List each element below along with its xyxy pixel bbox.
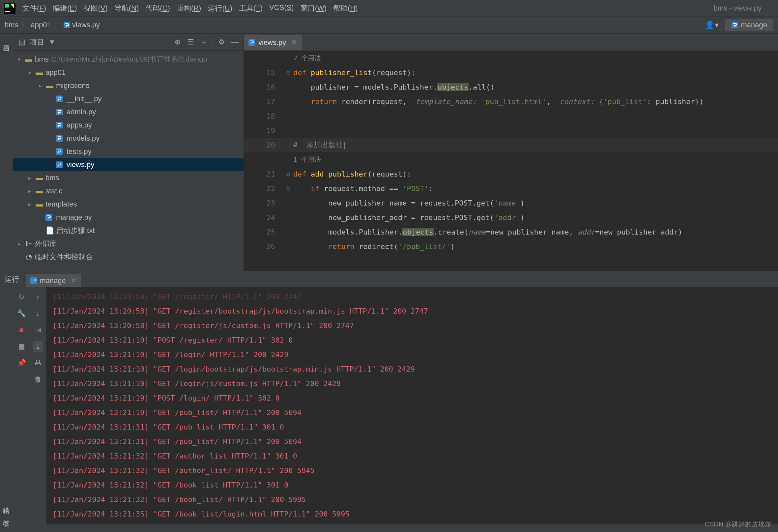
tree-item-label: bms xyxy=(35,55,49,64)
code-line[interactable]: models.Publisher.objects.create(name=new… xyxy=(293,228,683,236)
minimize-icon[interactable]: — xyxy=(230,37,240,48)
log-line: [11/Jan/2024 13:21:10] "POST /register/ … xyxy=(53,333,771,347)
breadcrumb-root[interactable]: bms xyxy=(5,21,18,29)
run-config-selector[interactable]: manage xyxy=(725,19,773,31)
bookmarks-tool-button[interactable]: 书签 xyxy=(2,513,11,518)
tree-item-templates[interactable]: ▸▬templates xyxy=(13,198,243,211)
stop-icon[interactable]: ■ xyxy=(16,325,27,335)
menu-编辑(E)[interactable]: 编辑(E) xyxy=(50,2,80,14)
menu-重构(R)[interactable]: 重构(R) xyxy=(173,2,205,14)
py-icon xyxy=(56,122,65,128)
down-icon[interactable]: ↓ xyxy=(32,308,43,319)
folder-icon: ▬ xyxy=(46,81,54,90)
scroll-end-icon[interactable]: ⤓ xyxy=(32,341,43,352)
locate-icon[interactable]: ⊕ xyxy=(172,37,183,48)
rerun-icon[interactable]: ↻ xyxy=(16,292,27,302)
tree-item-app01[interactable]: ▾▬app01 xyxy=(13,66,243,79)
menu-工具(T)[interactable]: 工具(T) xyxy=(236,2,266,14)
tree-item-migrations[interactable]: ▸▬migrations xyxy=(13,79,243,92)
code-line[interactable]: 1 个用法 xyxy=(293,155,321,164)
fold-icon[interactable]: ⊖ xyxy=(284,170,293,178)
tree-item-外部库[interactable]: ▸⊪外部库 xyxy=(13,237,243,250)
left-gutter-bottom: 结构 书签 xyxy=(0,287,13,524)
code-line[interactable]: publisher = models.Publisher.objects.all… xyxy=(293,83,494,91)
console-output[interactable]: [11/Jan/2024 13:20:58] "GET /register/ H… xyxy=(46,287,778,524)
code-line[interactable]: # 添加出版社| xyxy=(293,140,347,150)
tree-item-label: tests.py xyxy=(67,147,92,156)
code-line[interactable]: 2 个用法 xyxy=(293,54,321,63)
menu-VCS(S)[interactable]: VCS(S) xyxy=(266,2,297,14)
structure-tool-button[interactable]: 结构 xyxy=(2,500,11,505)
run-tab[interactable]: manage ✕ xyxy=(26,274,81,287)
tree-item-bms[interactable]: ▾▬bms C:\Users\Mr.Zhijun\Desktop\图书管理系统d… xyxy=(13,53,243,66)
fold-icon[interactable]: ⊖ xyxy=(284,69,293,77)
expand-all-icon[interactable]: ☰ xyxy=(185,37,196,48)
close-icon[interactable]: ✕ xyxy=(71,276,76,285)
line-number: 24 xyxy=(244,213,284,222)
tree-item-models.py[interactable]: models.py xyxy=(13,132,243,145)
menu-运行(U)[interactable]: 运行(U) xyxy=(204,2,236,14)
fold-icon[interactable]: ⊖ xyxy=(284,184,293,193)
line-number: 23 xyxy=(244,199,284,207)
close-tab-icon[interactable]: ✕ xyxy=(291,38,297,47)
gear-icon[interactable]: ⚙ xyxy=(217,37,227,48)
tree-item-tests.py[interactable]: tests.py xyxy=(13,145,243,158)
log-line: [11/Jan/2024 13:21:31] "GET /pub_list/ H… xyxy=(53,434,771,449)
breadcrumb-item[interactable]: app01 xyxy=(31,21,51,29)
dropdown-icon[interactable]: ▼ xyxy=(47,37,57,48)
tree-item-admin.py[interactable]: admin.py xyxy=(13,105,243,118)
menu-导航(N)[interactable]: 导航(N) xyxy=(111,2,142,14)
layout-icon[interactable]: ▤ xyxy=(16,341,27,352)
log-line: [11/Jan/2024 13:21:10] "GET /login/ HTTP… xyxy=(53,347,771,362)
py-icon xyxy=(56,148,65,155)
tree-item-临时文件和控制台[interactable]: ◔临时文件和控制台 xyxy=(13,250,243,264)
wrench-icon[interactable]: 🔧 xyxy=(16,308,27,319)
tree-item-label: 外部库 xyxy=(35,239,57,249)
user-icon[interactable]: 👤▾ xyxy=(705,20,719,30)
tree-item-manage.py[interactable]: manage.py xyxy=(13,211,243,224)
tree-item-__init__.py[interactable]: __init__.py xyxy=(13,92,243,105)
menu-文件(F)[interactable]: 文件(F) xyxy=(19,2,50,14)
tree-item-label: apps.py xyxy=(67,121,92,129)
collapse-all-icon[interactable]: ÷ xyxy=(199,37,209,48)
code-line[interactable]: def add_publisher(request): xyxy=(293,170,411,178)
tree-item-label: manage.py xyxy=(56,213,92,222)
line-number: 21 xyxy=(244,170,284,178)
trash-icon[interactable]: 🗑 xyxy=(32,374,43,385)
up-icon[interactable]: ↑ xyxy=(32,292,43,302)
code-line[interactable]: def publisher_list(request): xyxy=(293,69,415,77)
menu-帮助(H)[interactable]: 帮助(H) xyxy=(330,2,361,14)
log-line: [11/Jan/2024 13:21:32] "GET /book_list/ … xyxy=(53,492,771,507)
tree-item-views.py[interactable]: views.py xyxy=(13,158,243,171)
tree-item-bms[interactable]: ▸▬bms xyxy=(13,171,243,184)
pin-icon[interactable]: 📌 xyxy=(16,358,27,368)
print-icon[interactable]: 🖶 xyxy=(32,358,43,368)
tree-item-启动步骤.txt[interactable]: 📄启动步骤.txt xyxy=(13,224,243,237)
editor-tab-views[interactable]: views.py ✕ xyxy=(244,34,302,51)
breadcrumb-file[interactable]: views.py xyxy=(64,21,100,29)
code-line[interactable]: new_publisher_addr = request.POST.get('a… xyxy=(293,213,525,222)
lib-icon: ⊪ xyxy=(24,240,33,248)
log-line: [11/Jan/2024 13:20:58] "GET /register/js… xyxy=(53,318,771,333)
log-line: [11/Jan/2024 13:21:19] "POST /login/ HTT… xyxy=(53,391,771,405)
run-toolbar-primary: ↻ 🔧 ■ ▤ 📌 xyxy=(13,287,30,524)
py-icon xyxy=(56,109,65,115)
code-line[interactable]: return render(request, template_name: 'p… xyxy=(293,97,704,106)
soft-wrap-icon[interactable]: ⇥ xyxy=(32,325,43,335)
txt-icon: 📄 xyxy=(46,226,54,235)
scratch-icon: ◔ xyxy=(24,253,33,261)
menu-代码(C)[interactable]: 代码(C) xyxy=(142,2,173,14)
menu-视图(V)[interactable]: 视图(V) xyxy=(80,2,111,14)
line-number: 22 xyxy=(244,184,284,193)
project-tool-window: ▤ 项目 ▼ ⊕ ☰ ÷ | ⚙ — ▾▬bms C:\Users\Mr.Zhi… xyxy=(13,33,244,271)
code-line[interactable]: new_publisher_name = request.POST.get('n… xyxy=(293,199,525,207)
code-area[interactable]: 2 个用法15⊖def publisher_list(request):16 p… xyxy=(244,51,778,254)
code-line[interactable]: if request.method == 'POST': xyxy=(293,184,433,193)
project-view-icon: ▤ xyxy=(16,37,27,48)
tree-item-static[interactable]: ▸▬static xyxy=(13,184,243,198)
project-tool-button[interactable]: 项目 xyxy=(2,37,11,43)
code-line[interactable]: return redirect('/pub_list/') xyxy=(293,243,455,251)
tree-item-label: views.py xyxy=(67,160,94,169)
tree-item-apps.py[interactable]: apps.py xyxy=(13,118,243,132)
menu-窗口(W)[interactable]: 窗口(W) xyxy=(297,2,330,14)
